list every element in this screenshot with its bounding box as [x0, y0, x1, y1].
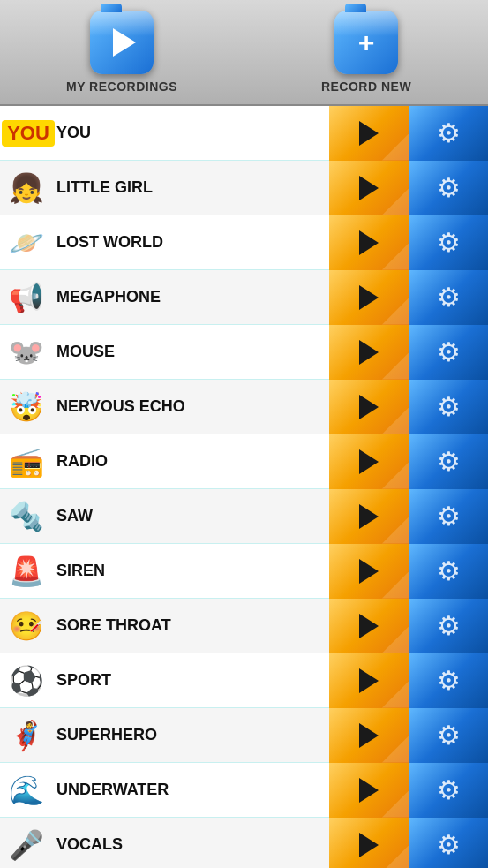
settings-button-lost-world[interactable]: ⚙ [409, 215, 488, 270]
item-label-you: YOU [53, 124, 329, 142]
play-button-megaphone[interactable] [329, 270, 409, 325]
play-button-little-girl[interactable] [329, 161, 409, 215]
play-arrow-icon [113, 28, 136, 57]
settings-button-mouse[interactable]: ⚙ [409, 325, 488, 380]
item-icon-siren: 🚨 [0, 544, 53, 599]
item-icon-sport: ⚽ [0, 653, 53, 708]
settings-button-radio[interactable]: ⚙ [409, 434, 488, 489]
item-icon-underwater: 🌊 [0, 763, 53, 818]
gear-icon: ⚙ [437, 227, 461, 258]
list-item-nervous-echo: 🤯NERVOUS ECHO⚙ [0, 380, 488, 434]
play-triangle-icon [359, 285, 379, 310]
plus-icon: + [358, 28, 375, 57]
play-button-sport[interactable] [329, 653, 409, 708]
my-recordings-button[interactable]: MY RECORDINGS [0, 0, 244, 104]
gear-icon: ⚙ [437, 720, 461, 751]
item-label-siren: SIREN [53, 562, 329, 580]
header: MY RECORDINGS + RECORD NEW [0, 0, 488, 106]
play-button-vocals[interactable] [329, 818, 409, 869]
play-button-saw[interactable] [329, 489, 409, 544]
item-icon-little-girl: 👧 [0, 161, 53, 215]
gear-icon: ⚙ [437, 829, 461, 860]
play-button-lost-world[interactable] [329, 215, 409, 270]
gear-icon: ⚙ [437, 610, 461, 641]
settings-button-sore-throat[interactable]: ⚙ [409, 599, 488, 653]
settings-button-you[interactable]: ⚙ [409, 106, 488, 161]
list-item-saw: 🔩SAW⚙ [0, 489, 488, 544]
list-item-sport: ⚽SPORT⚙ [0, 653, 488, 708]
record-new-label: RECORD NEW [321, 79, 411, 94]
gear-icon: ⚙ [437, 336, 461, 367]
play-button-you[interactable] [329, 106, 409, 161]
record-new-icon: + [334, 11, 398, 74]
item-label-radio: RADIO [53, 452, 329, 471]
play-triangle-icon [359, 668, 379, 693]
play-triangle-icon [359, 504, 379, 529]
item-label-little-girl: LITTLE GIRL [53, 178, 329, 197]
item-icon-you: YOU [0, 106, 53, 161]
settings-button-superhero[interactable]: ⚙ [409, 708, 488, 763]
settings-button-sport[interactable]: ⚙ [409, 653, 488, 708]
gear-icon: ⚙ [437, 172, 461, 203]
play-triangle-icon [359, 230, 379, 255]
play-triangle-icon [359, 449, 379, 474]
item-icon-sore-throat: 🤒 [0, 599, 53, 653]
list-item-superhero: 🦸SUPERHERO⚙ [0, 708, 488, 763]
item-label-mouse: MOUSE [53, 343, 329, 361]
item-label-vocals: VOCALS [53, 835, 329, 854]
play-triangle-icon [359, 833, 379, 857]
list-item-sore-throat: 🤒SORE THROAT⚙ [0, 599, 488, 653]
item-icon-saw: 🔩 [0, 489, 53, 544]
play-button-mouse[interactable] [329, 325, 409, 380]
settings-button-saw[interactable]: ⚙ [409, 489, 488, 544]
settings-button-megaphone[interactable]: ⚙ [409, 270, 488, 325]
play-button-superhero[interactable] [329, 708, 409, 763]
item-icon-lost-world: 🪐 [0, 215, 53, 270]
settings-button-little-girl[interactable]: ⚙ [409, 161, 488, 215]
gear-icon: ⚙ [437, 665, 461, 696]
list-item-mouse: 🐭MOUSE⚙ [0, 325, 488, 380]
play-button-radio[interactable] [329, 434, 409, 489]
item-label-sport: SPORT [53, 671, 329, 690]
item-icon-mouse: 🐭 [0, 325, 53, 380]
list-item-siren: 🚨SIREN⚙ [0, 544, 488, 599]
play-triangle-icon [359, 559, 379, 584]
play-button-nervous-echo[interactable] [329, 380, 409, 434]
my-recordings-icon [90, 11, 154, 74]
item-icon-radio: 📻 [0, 434, 53, 489]
gear-icon: ⚙ [437, 117, 461, 148]
list-item-you: YOUYOU⚙ [0, 106, 488, 161]
list-item-lost-world: 🪐LOST WORLD⚙ [0, 215, 488, 270]
my-recordings-label: MY RECORDINGS [66, 79, 177, 94]
item-label-nervous-echo: NERVOUS ECHO [53, 397, 329, 416]
list-item-underwater: 🌊UNDERWATER⚙ [0, 763, 488, 818]
list-item-vocals: 🎤VOCALS⚙ [0, 818, 488, 868]
play-triangle-icon [359, 176, 379, 200]
item-label-megaphone: MEGAPHONE [53, 288, 329, 306]
play-button-underwater[interactable] [329, 763, 409, 818]
item-label-lost-world: LOST WORLD [53, 233, 329, 252]
gear-icon: ⚙ [437, 282, 461, 313]
item-label-saw: SAW [53, 507, 329, 525]
play-triangle-icon [359, 614, 379, 638]
list-item-little-girl: 👧LITTLE GIRL⚙ [0, 161, 488, 215]
play-triangle-icon [359, 340, 379, 365]
item-icon-superhero: 🦸 [0, 708, 53, 763]
item-label-superhero: SUPERHERO [53, 726, 329, 744]
item-icon-vocals: 🎤 [0, 818, 53, 869]
record-new-button[interactable]: + RECORD NEW [244, 0, 488, 104]
list-item-radio: 📻RADIO⚙ [0, 434, 488, 489]
play-triangle-icon [359, 121, 379, 146]
settings-button-nervous-echo[interactable]: ⚙ [409, 380, 488, 434]
settings-button-vocals[interactable]: ⚙ [409, 818, 488, 869]
item-icon-megaphone: 📢 [0, 270, 53, 325]
settings-button-siren[interactable]: ⚙ [409, 544, 488, 599]
settings-button-underwater[interactable]: ⚙ [409, 763, 488, 818]
gear-icon: ⚙ [437, 446, 461, 477]
play-button-sore-throat[interactable] [329, 599, 409, 653]
list-item-megaphone: 📢MEGAPHONE⚙ [0, 270, 488, 325]
item-label-underwater: UNDERWATER [53, 781, 329, 799]
play-button-siren[interactable] [329, 544, 409, 599]
play-triangle-icon [359, 778, 379, 803]
you-badge: YOU [2, 120, 55, 147]
